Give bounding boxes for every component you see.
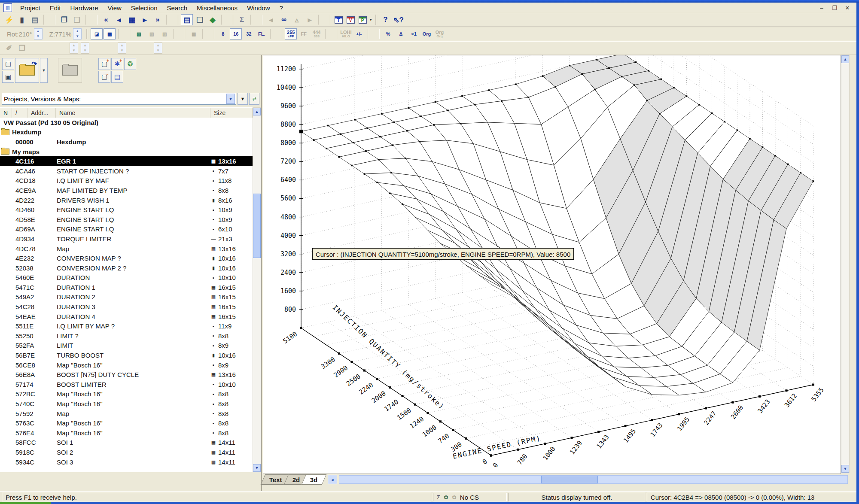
scroll-down-button[interactable]: ▼ xyxy=(841,465,849,473)
scroll-up-button[interactable]: ▲ xyxy=(841,55,849,63)
DURATION 2[interactable]: 549A2 DURATION 2 ▦ 16x15 xyxy=(0,292,253,302)
map-edit-button[interactable]: ▨ xyxy=(133,28,145,39)
print-button[interactable]: ▤ xyxy=(29,14,41,25)
scroll-down-button[interactable]: ▼ xyxy=(253,464,261,472)
save-project-button[interactable]: ▣ xyxy=(2,71,14,83)
new-project-button[interactable]: ▢ xyxy=(2,58,14,70)
hex-view-button[interactable]: FF xyxy=(298,28,310,39)
Map "Bosch 16"[interactable]: 5740C Map "Bosch 16" ▪ 8x8 xyxy=(0,399,253,409)
import-file-button[interactable]: ⚡ xyxy=(3,14,15,25)
MAF LIMITED BY TEMP[interactable]: 4CE9A MAF LIMITED BY TEMP ▪ 8x8 xyxy=(0,185,253,195)
LIMIT ?[interactable]: 55250 LIMIT ? ▪ 8x8 xyxy=(0,331,253,341)
VW Passat (Pd 130 05 Original)[interactable]: VW Passat (Pd 130 05 Original) xyxy=(0,118,253,128)
BOOST [N75] DUTY CYCLE[interactable]: 56E8A BOOST [N75] DUTY CYCLE ▦ 13x16 xyxy=(0,370,253,380)
forward-button[interactable]: ▸ xyxy=(304,14,316,25)
menu-item[interactable]: View xyxy=(103,3,126,12)
apply-wizard-button[interactable]: ✐ xyxy=(3,43,15,54)
combo-dropdown-button[interactable]: ▾ xyxy=(226,94,235,104)
Map "Bosch 16"[interactable]: 572BC Map "Bosch 16" ▪ 8x8 xyxy=(0,389,253,399)
menu-item[interactable]: Edit xyxy=(45,3,66,12)
offset-stepper[interactable]: ▲▼ xyxy=(154,43,162,54)
Map "Bosch 16"[interactable]: 5763C Map "Bosch 16" ▪ 8x8 xyxy=(0,418,253,428)
Hexdump[interactable]: Hexdump xyxy=(0,128,253,137)
menu-item[interactable]: Selection xyxy=(126,3,162,12)
width-8bit-button[interactable]: 8 xyxy=(217,28,229,39)
tab-scroll-left-button[interactable]: ◂ xyxy=(328,475,337,484)
emulator-button[interactable]: ◆ xyxy=(207,14,219,25)
scrollbar-thumb[interactable] xyxy=(541,476,598,483)
Map "Bosch 16"[interactable]: 576E4 Map "Bosch 16" ▪ 8x8 xyxy=(0,428,253,438)
view-3d-button[interactable]: ▩ xyxy=(104,28,116,39)
surface-plot[interactable]: 1120010400960088008000720064005600480040… xyxy=(263,55,841,474)
DRIVERS WISH 1[interactable]: 4D222 DRIVERS WISH 1 ▮ 8x16 xyxy=(0,195,253,205)
grid-view-button[interactable]: ▦ xyxy=(188,28,200,39)
column-header-n[interactable]: N xyxy=(0,108,12,118)
restore-button[interactable]: ❐ xyxy=(829,3,840,12)
compare-original-button[interactable]: OrgOrg xyxy=(434,28,446,39)
map-wizard-button[interactable]: ✱+ xyxy=(111,58,123,70)
menu-item[interactable]: ? xyxy=(274,3,287,12)
map-insert-button[interactable]: ▨ xyxy=(146,28,158,39)
triple-view-button[interactable]: 444333 xyxy=(311,28,323,39)
factor-stepper[interactable]: ▲▼ xyxy=(118,43,126,54)
rotation-stepper[interactable]: ▲▼ xyxy=(34,28,43,39)
view-2d-button[interactable]: ◪ xyxy=(91,28,103,39)
SOI 1[interactable]: 58FCC SOI 1 ▦ 14x11 xyxy=(0,438,253,448)
Map[interactable]: 4DC78 Map ▦ 13x16 xyxy=(0,244,253,254)
column-header-name[interactable]: Name xyxy=(56,108,210,118)
ENGINE START I.Q[interactable]: 4D58E ENGINE START I.Q ▪ 10x9 xyxy=(0,215,253,225)
last-map-button[interactable]: » xyxy=(152,14,164,25)
online-search-button[interactable]: ❂ xyxy=(124,58,136,70)
value-stepper[interactable]: ▲▼ xyxy=(81,43,89,54)
minimize-button[interactable]: – xyxy=(816,3,827,12)
percent-button[interactable]: % xyxy=(382,28,394,39)
menu-item[interactable]: Window xyxy=(242,3,274,12)
I.Q LIMIT BY MAP ?[interactable]: 5511E I.Q LIMIT BY MAP ? ▪ 11x9 xyxy=(0,321,253,331)
open-project-button[interactable]: ↷ xyxy=(15,58,39,83)
decimal-view-button[interactable]: 255xFF xyxy=(285,28,297,39)
help-button[interactable]: ? xyxy=(380,14,392,25)
CONVERSION MAP 2 ?[interactable]: 52038 CONVERSION MAP 2 ? ▮ 10x16 xyxy=(0,263,253,273)
Hexdump[interactable]: 00000 Hexdump xyxy=(0,137,253,147)
menu-item[interactable]: Project xyxy=(15,3,45,12)
START OF INJECTION ?[interactable]: 4CA46 START OF INJECTION ? ▪ 7x7 xyxy=(0,166,253,176)
factor-button[interactable]: ×1 xyxy=(408,28,420,39)
menu-item[interactable]: Hardware xyxy=(66,3,103,12)
upload-button[interactable]: ▵ xyxy=(291,14,303,25)
add-project-button[interactable]: ▢+ xyxy=(98,58,110,70)
properties-button[interactable]: ▤ xyxy=(111,71,123,83)
project-list-button[interactable]: ▤ xyxy=(181,14,193,25)
scrollbar-thumb[interactable] xyxy=(253,194,261,258)
map-delete-button[interactable]: ▨ xyxy=(158,28,171,39)
Map[interactable]: 57592 Map ▪ 8x8 xyxy=(0,409,253,419)
export-map-button[interactable]: ▢→ xyxy=(98,71,110,83)
DURATION 1[interactable]: 5471C DURATION 1 ▦ 16x15 xyxy=(0,282,253,292)
value-stepper[interactable]: ▲▼ xyxy=(70,43,78,54)
view-tab[interactable]: 3d xyxy=(302,474,326,485)
ENGINE START I.Q[interactable]: 4D69A ENGINE START I.Q ▪ 6x10 xyxy=(0,225,253,234)
project-window-button[interactable]: P xyxy=(357,14,368,25)
export-window-button[interactable]: ❐ xyxy=(58,14,70,25)
original-button[interactable]: Org xyxy=(421,28,433,39)
plot-horizontal-scrollbar[interactable] xyxy=(339,475,848,484)
sign-button[interactable]: +/- xyxy=(353,28,365,39)
search-binoculars-button[interactable]: ∞ xyxy=(278,14,290,25)
plot-vertical-scrollbar[interactable]: ▲ ▼ xyxy=(841,55,850,473)
My maps[interactable]: My maps xyxy=(0,147,253,157)
difference-button[interactable]: Δ xyxy=(395,28,407,39)
SOI 3[interactable]: 5934C SOI 3 ▦ 14x11 xyxy=(0,457,253,467)
value-window-button[interactable]: V xyxy=(345,14,356,25)
SOI 2[interactable]: 5918C SOI 2 ▦ 14x11 xyxy=(0,447,253,457)
read-eprom-button[interactable]: ▮ xyxy=(16,14,28,25)
EGR 1[interactable]: 4C116 EGR 1 ▦ 13x16 xyxy=(0,156,253,166)
window-dropdown-caret[interactable]: ▾ xyxy=(370,18,372,22)
import-project-button[interactable] xyxy=(58,58,82,83)
prev-map-button[interactable]: ◂ xyxy=(113,14,125,25)
menu-item[interactable]: Search xyxy=(162,3,192,12)
import-window-button[interactable]: ❑ xyxy=(71,14,83,25)
DURATION 4[interactable]: 54EAE DURATION 4 ▦ 16x15 xyxy=(0,312,253,322)
Map "Bosch 16"[interactable]: 56CE8 Map "Bosch 16" ▪ 8x9 xyxy=(0,360,253,370)
preview-window-button[interactable]: ❏ xyxy=(194,14,206,25)
zoom-stepper[interactable]: ▲▼ xyxy=(73,28,82,39)
DURATION 3[interactable]: 54C28 DURATION 3 ▦ 16x15 xyxy=(0,302,253,312)
